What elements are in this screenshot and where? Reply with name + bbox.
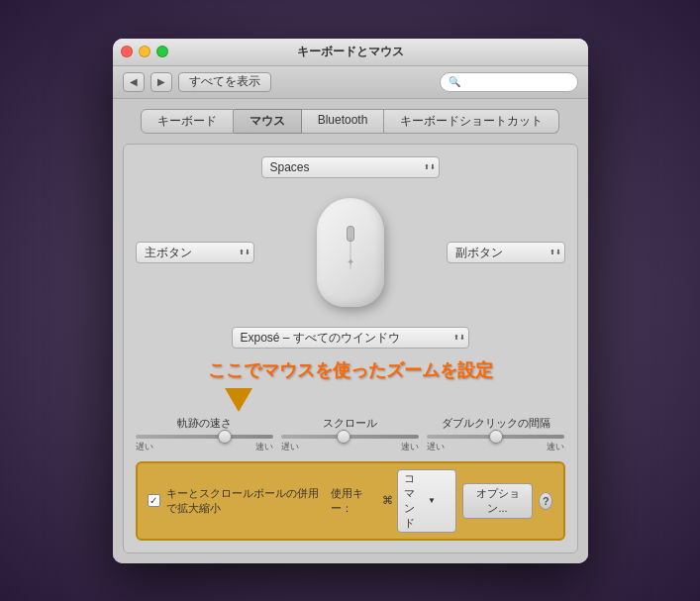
window-title: キーボードとマウス <box>297 44 404 60</box>
titlebar: キーボードとマウス <box>113 39 588 66</box>
annotation-text: ここでマウスを使ったズームを設定 <box>136 358 565 382</box>
tab-keyboard[interactable]: キーボード <box>141 109 234 134</box>
cmd-select-arrow: ▼ <box>428 496 436 505</box>
left-button-select[interactable]: 主ボタン <box>136 242 254 263</box>
tracking-speed-ends: 遅い 速い <box>136 441 273 453</box>
tab-bluetooth[interactable]: Bluetooth <box>302 109 385 134</box>
scroll-speed-track[interactable] <box>281 435 419 439</box>
double-click-group: ダブルクリックの間隔 遅い 速い <box>427 416 564 453</box>
maximize-button[interactable] <box>156 46 168 57</box>
traffic-lights <box>121 46 168 57</box>
double-click-fast-label: 速い <box>547 441 564 453</box>
mouse-center-line <box>350 238 350 269</box>
double-click-label: ダブルクリックの間隔 <box>442 416 550 431</box>
forward-button[interactable]: ▶ <box>150 72 172 92</box>
double-click-thumb[interactable] <box>489 430 503 444</box>
zoom-checkbox[interactable]: ✓ <box>148 494 160 507</box>
toolbar: ◀ ▶ すべてを表示 🔍 <box>113 66 588 99</box>
search-icon: 🔍 <box>449 76 460 87</box>
zoom-key-label: 使用キー： <box>331 486 372 516</box>
cmd-symbol: ⌘ <box>382 494 393 507</box>
double-click-track[interactable] <box>427 435 564 439</box>
sliders-section: 軌跡の速さ 遅い 速い スクロール 遅い <box>136 416 565 453</box>
right-select-wrapper: 副ボタン <box>447 242 565 263</box>
tab-mouse[interactable]: マウス <box>234 109 302 134</box>
key-combo: ⌘ コマンド ▼ <box>382 469 455 533</box>
mouse-panel: Spaces Dashboard Exposé 主ボタン <box>123 144 578 553</box>
zoom-checkbox-area: ✓ <box>148 494 160 507</box>
mouse-body: ✦ <box>317 198 384 307</box>
mouse-illustration: ✦ <box>301 188 400 317</box>
bottom-select-row: Exposé – すべてのウインドウ <box>136 327 565 349</box>
tracking-speed-label: 軌跡の速さ <box>177 416 232 431</box>
close-button[interactable] <box>121 46 133 57</box>
expose-select[interactable]: Exposé – すべてのウインドウ <box>232 327 469 349</box>
scroll-speed-label: スクロール <box>323 416 377 431</box>
arrow-indicator <box>136 388 565 412</box>
main-window: キーボードとマウス ◀ ▶ すべてを表示 🔍 キーボード マウス Bluetoo… <box>113 39 588 563</box>
scroll-speed-ends: 遅い 速い <box>281 441 419 453</box>
mouse-area: 主ボタン ✦ 副ボタン <box>136 188 565 317</box>
tracking-speed-thumb[interactable] <box>218 430 232 444</box>
scroll-speed-thumb[interactable] <box>337 430 350 444</box>
tracking-fast-label: 速い <box>255 441 273 453</box>
tracking-slow-label: 遅い <box>136 441 153 453</box>
top-select[interactable]: Spaces Dashboard Exposé <box>261 156 440 178</box>
top-select-row: Spaces Dashboard Exposé <box>136 156 565 178</box>
options-button[interactable]: オプション... <box>462 483 533 519</box>
scroll-slow-label: 遅い <box>281 441 299 453</box>
show-all-button[interactable]: すべてを表示 <box>178 72 271 92</box>
scroll-fast-label: 速い <box>401 441 419 453</box>
tab-bar: キーボード マウス Bluetooth キーボードショートカット <box>123 109 578 134</box>
back-button[interactable]: ◀ <box>123 72 145 92</box>
tab-shortcuts[interactable]: キーボードショートカット <box>384 109 559 134</box>
zoom-description: キーとスクロールボールの併用で拡大縮小 <box>166 486 326 516</box>
help-button[interactable]: ? <box>539 492 552 510</box>
right-button-select[interactable]: 副ボタン <box>447 242 565 263</box>
arrow-down-icon <box>225 388 252 412</box>
double-click-slow-label: 遅い <box>427 441 445 453</box>
bottom-select-wrapper: Exposé – すべてのウインドウ <box>232 327 469 349</box>
scroll-speed-group: スクロール 遅い 速い <box>281 416 419 453</box>
minimize-button[interactable] <box>139 46 150 57</box>
left-select-wrapper: 主ボタン <box>136 242 254 263</box>
content-area: キーボード マウス Bluetooth キーボードショートカット Spaces … <box>113 99 588 563</box>
tracking-speed-group: 軌跡の速さ 遅い 速い <box>136 416 273 453</box>
cmd-select[interactable]: コマンド ▼ <box>397 469 455 533</box>
top-select-wrapper: Spaces Dashboard Exposé <box>261 156 440 178</box>
search-box[interactable]: 🔍 <box>440 72 578 92</box>
zoom-bar: ✓ キーとスクロールボールの併用で拡大縮小 使用キー： ⌘ コマンド ▼ オプシ… <box>136 461 565 541</box>
tracking-speed-track[interactable] <box>136 435 273 439</box>
